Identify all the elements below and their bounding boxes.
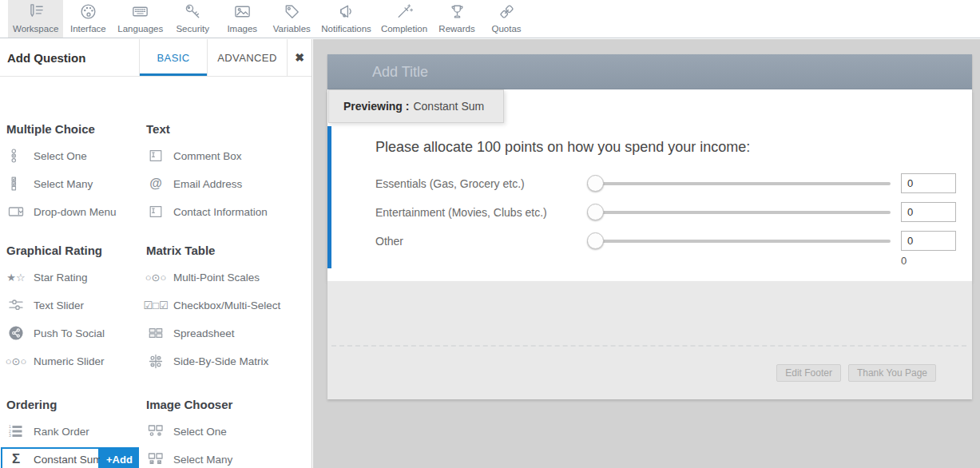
question-type-select-many[interactable]: Select Many	[6, 173, 142, 194]
checkbox-list-icon	[6, 176, 26, 192]
question-type-label: Side-By-Side Matrix	[173, 355, 268, 367]
toolbar-item-workspace[interactable]: Workspace	[8, 0, 63, 38]
row-slider[interactable]	[587, 231, 891, 252]
numbered-list-icon: 123	[6, 424, 26, 438]
toolbar-item-completion[interactable]: Completion	[376, 0, 432, 38]
slider-track[interactable]	[587, 211, 891, 214]
row-label: Other	[375, 235, 579, 248]
question-type-numeric-slider[interactable]: ○⊙○ Numeric Slider	[6, 351, 142, 371]
slider-handle[interactable]	[587, 175, 604, 192]
toolbar-item-label: Quotas	[492, 24, 522, 34]
row-label: Entertainment (Movies, Clubs etc.)	[375, 206, 579, 219]
survey-builder-app: Workspace Interface Languages Security I…	[0, 0, 980, 468]
question-type-comment-box[interactable]: Comment Box	[146, 145, 311, 166]
toolbar-item-security[interactable]: Security	[168, 0, 217, 38]
image-radio-icon	[146, 424, 165, 438]
row-slider[interactable]	[587, 202, 891, 223]
question-types-column-right: Text Comment Box @ Email Address Contact…	[146, 122, 311, 468]
toolbar-item-languages[interactable]: Languages	[113, 0, 168, 38]
share-circle-icon	[6, 325, 26, 341]
question-type-label: Text Slider	[34, 299, 84, 311]
key-icon	[183, 2, 203, 22]
close-icon[interactable]: ✖	[287, 39, 311, 76]
question-type-constant-sum-selected[interactable]: Σ Constant Sum +Add	[6, 447, 142, 468]
section-title: Matrix Table	[146, 244, 311, 260]
row-points-input[interactable]	[901, 202, 956, 222]
section-text: Text Comment Box @ Email Address Contact…	[146, 122, 311, 222]
question-type-spreadsheet[interactable]: Spreadsheet	[146, 323, 311, 343]
checkbox-row-icon: ☑□☑	[146, 299, 165, 311]
section-matrix-table: Matrix Table ○⊙○ Multi-Point Scales ☑□☑ …	[146, 244, 311, 371]
question-type-push-to-social[interactable]: Push To Social	[6, 323, 142, 343]
tab-basic[interactable]: BASIC	[139, 39, 207, 76]
tab-advanced[interactable]: ADVANCED	[207, 39, 287, 76]
toolbar-item-rewards[interactable]: Rewards	[432, 0, 482, 38]
survey-title-bar[interactable]: Add Title	[327, 54, 972, 89]
toolbar-item-quotas[interactable]: Quotas	[482, 0, 531, 38]
question-type-text-slider[interactable]: Text Slider	[6, 295, 142, 315]
row-slider[interactable]	[587, 173, 891, 194]
constant-sum-row: Essentials (Gas, Grocery etc.)	[375, 173, 956, 194]
question-type-side-by-side-matrix[interactable]: Side-By-Side Matrix	[146, 351, 311, 371]
section-image-chooser: Image Chooser Select One Select Many	[146, 398, 311, 468]
constant-sum-row: Entertainment (Movies, Clubs etc.)	[375, 202, 956, 223]
question-text: Please allocate 100 points on how you sp…	[375, 139, 750, 156]
question-type-label: Select One	[34, 150, 87, 162]
slider-track[interactable]	[587, 182, 891, 185]
text-cursor-box-icon	[146, 149, 165, 163]
question-types-column-left: Multiple Choice Select One Select Many	[6, 122, 142, 468]
slider-track[interactable]	[587, 240, 891, 243]
text-cursor-box-icon	[146, 204, 165, 219]
question-type-image-select-one[interactable]: Select One	[146, 421, 311, 442]
add-title-placeholder[interactable]: Add Title	[372, 64, 428, 81]
toolbar-item-interface[interactable]: Interface	[63, 0, 113, 38]
question-type-label: Email Address	[173, 178, 242, 190]
constant-sum-selected-box[interactable]: Σ Constant Sum	[1, 447, 100, 468]
toolbar-item-label: Notifications	[321, 24, 371, 34]
footer-divider	[331, 345, 966, 347]
add-question-button[interactable]: +Add	[100, 447, 139, 468]
question-accent-bar	[327, 126, 331, 268]
question-type-label: Contact Information	[173, 206, 268, 218]
panel-title: Add Question	[0, 39, 139, 76]
question-type-label: Constant Sum	[34, 454, 102, 466]
palette-icon	[78, 2, 98, 22]
question-type-label: Rank Order	[34, 426, 89, 438]
image-checkbox-icon	[146, 452, 165, 466]
question-type-checkbox-multi-select[interactable]: ☑□☑ Checkbox/Multi-Select	[146, 295, 311, 315]
toolbar-item-images[interactable]: Images	[217, 0, 267, 38]
question-type-label: Comment Box	[173, 150, 242, 162]
question-type-label: Checkbox/Multi-Select	[173, 299, 280, 311]
slider-handle[interactable]	[587, 204, 604, 220]
question-type-email-address[interactable]: @ Email Address	[146, 173, 311, 194]
survey-canvas: Add Title Previewing : Constant Sum Plea…	[313, 39, 980, 468]
section-graphical-rating: Graphical Rating ★☆ Star Rating Text Sli…	[6, 244, 142, 371]
workspace-icon	[26, 2, 46, 22]
question-type-image-select-many[interactable]: Select Many	[146, 449, 311, 468]
toolbar-item-label: Interface	[70, 24, 106, 34]
radio-row-icon: ○⊙○	[146, 272, 165, 284]
question-type-label: Drop-down Menu	[34, 206, 117, 218]
constant-sum-row: Other	[375, 231, 956, 252]
question-type-dropdown-menu[interactable]: Drop-down Menu	[6, 201, 142, 222]
survey-footer-area: Edit Footer Thank You Page	[327, 281, 972, 399]
toolbar-item-label: Variables	[273, 24, 311, 34]
slider-handle[interactable]	[587, 232, 604, 249]
question-type-select-one[interactable]: Select One	[6, 145, 142, 166]
section-ordering: Ordering 123 Rank Order Σ Constant Sum +…	[6, 398, 142, 468]
trophy-icon	[447, 2, 467, 22]
thank-you-page-button[interactable]: Thank You Page	[848, 364, 936, 382]
toolbar-item-variables[interactable]: Variables	[267, 0, 316, 38]
points-total: 0	[901, 255, 907, 267]
edit-footer-button[interactable]: Edit Footer	[776, 364, 841, 382]
toolbar-item-notifications[interactable]: Notifications	[316, 0, 376, 38]
row-points-input[interactable]	[901, 231, 956, 251]
question-type-label: Numeric Slider	[34, 355, 105, 367]
question-type-rank-order[interactable]: 123 Rank Order	[6, 421, 142, 442]
question-type-contact-information[interactable]: Contact Information	[146, 201, 311, 222]
row-points-input[interactable]	[901, 173, 956, 193]
tag-icon	[282, 2, 302, 22]
question-type-star-rating[interactable]: ★☆ Star Rating	[6, 267, 142, 288]
question-type-multi-point-scales[interactable]: ○⊙○ Multi-Point Scales	[146, 267, 311, 288]
sliders-icon	[6, 298, 26, 312]
